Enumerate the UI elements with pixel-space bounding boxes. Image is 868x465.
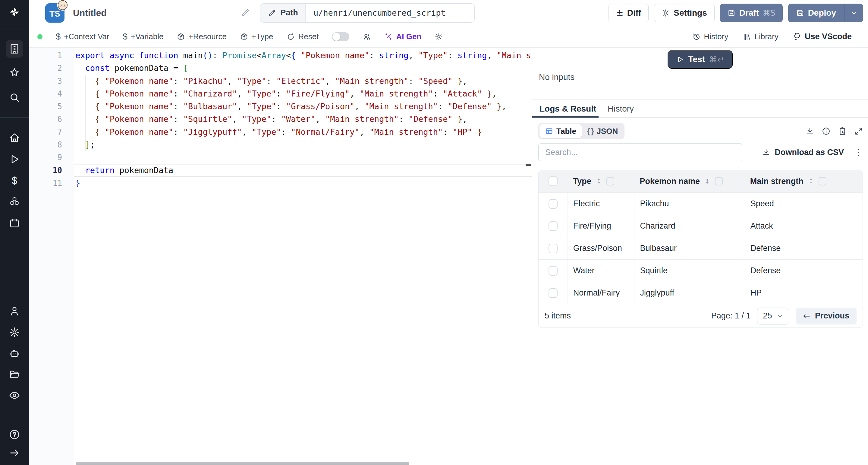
package-icon — [240, 33, 248, 41]
tab-history[interactable]: History — [608, 104, 634, 114]
windmill-logo-icon[interactable] — [9, 6, 20, 18]
add-context-var-button[interactable]: $ +Context Var — [56, 32, 110, 41]
sort-icon[interactable] — [808, 177, 814, 185]
page-size-value: 25 — [763, 311, 772, 321]
table-row[interactable]: WaterSquirtleDefense — [538, 259, 863, 282]
previous-page-button[interactable]: ← Previous — [796, 308, 857, 324]
edit-title-pencil-icon[interactable] — [240, 8, 250, 18]
add-type-button[interactable]: +Type — [240, 32, 273, 41]
code-line[interactable]: return pokemonData — [74, 164, 532, 177]
settings-gear-icon[interactable] — [9, 327, 20, 338]
add-variable-button[interactable]: $ +Variable — [123, 32, 164, 41]
active-tab-underline — [532, 116, 598, 118]
path-value[interactable]: u/henri/unencumbered_script — [306, 4, 474, 22]
audit-eye-icon[interactable] — [9, 389, 20, 401]
ai-gen-button[interactable]: AI Gen — [384, 32, 421, 41]
code-line[interactable] — [74, 151, 532, 164]
table-row[interactable]: Fire/FlyingCharizardAttack — [538, 215, 863, 237]
code-area[interactable]: export async function main(): Promise<Ar… — [74, 48, 532, 465]
expand-sidebar-arrow-icon[interactable] — [9, 447, 20, 459]
download-csv-button[interactable]: Download as CSV — [762, 148, 844, 157]
column-header-main-strength[interactable]: Main strength — [750, 177, 804, 186]
resources-cubes-icon[interactable] — [9, 196, 20, 207]
people-icon — [363, 33, 371, 41]
json-view-button[interactable]: { } JSON — [582, 124, 623, 138]
column-options-icon[interactable] — [818, 177, 827, 185]
more-options-icon[interactable]: ⋮ — [854, 148, 863, 157]
save-icon — [796, 9, 804, 17]
top-header: TS Untitled Path u/henri/unencumbered_sc… — [29, 0, 868, 26]
library-button[interactable]: Library — [743, 32, 778, 41]
search-icon[interactable] — [9, 92, 20, 103]
result-search-input[interactable] — [538, 143, 742, 161]
table-row[interactable]: Normal/FairyJigglypuffHP — [538, 282, 863, 304]
code-line[interactable]: ]; — [74, 138, 532, 151]
code-editor[interactable]: 1234567891011 export async function main… — [29, 48, 532, 465]
code-line[interactable]: { "Pokemon name": "Squirtle", "Type": "W… — [74, 113, 532, 125]
diff-mode-toggle[interactable] — [332, 32, 349, 41]
code-line[interactable]: { "Pokemon name": "Pikachu", "Type": "El… — [74, 75, 532, 87]
sort-icon[interactable] — [595, 177, 602, 185]
expand-fullscreen-icon[interactable] — [854, 127, 863, 136]
runs-play-icon[interactable] — [9, 153, 20, 165]
deploy-dropdown-button[interactable] — [844, 4, 863, 22]
toggle-knob — [333, 33, 340, 41]
settings-label: Settings — [674, 8, 707, 18]
row-checkbox[interactable] — [549, 221, 558, 231]
context-var-label: +Context Var — [64, 32, 110, 41]
row-checkbox[interactable] — [549, 199, 558, 209]
folder-open-icon[interactable] — [9, 369, 20, 380]
code-line[interactable]: export async function main(): Promise<Ar… — [74, 49, 532, 62]
sort-icon[interactable] — [704, 177, 711, 185]
history-button[interactable]: History — [692, 32, 728, 41]
home-icon[interactable] — [9, 132, 20, 144]
add-resource-button[interactable]: +Resource — [177, 32, 226, 41]
row-checkbox[interactable] — [549, 288, 558, 298]
column-options-icon[interactable] — [607, 177, 614, 185]
editor-settings-button[interactable] — [435, 33, 443, 41]
editor-horizontal-scrollbar[interactable] — [76, 462, 409, 465]
code-line[interactable]: const pokemonData = [ — [74, 62, 532, 75]
row-checkbox[interactable] — [549, 244, 558, 253]
script-title[interactable]: Untitled — [73, 8, 107, 18]
user-person-icon[interactable] — [9, 306, 20, 317]
favorites-star-icon[interactable] — [9, 67, 20, 79]
status-green-dot — [37, 34, 42, 39]
copy-to-clipboard-icon[interactable] — [838, 127, 847, 136]
column-options-icon[interactable] — [715, 177, 723, 185]
help-question-icon[interactable] — [9, 429, 20, 440]
settings-button[interactable]: Settings — [654, 4, 714, 22]
library-books-icon — [743, 33, 751, 41]
multiplayer-users-icon[interactable] — [363, 33, 371, 41]
code-line[interactable]: { "Pokemon name": "Jigglypuff", "Type": … — [74, 126, 532, 138]
code-line[interactable]: } — [74, 177, 532, 190]
code-line[interactable]: { "Pokemon name": "Charizard", "Type": "… — [74, 87, 532, 100]
line-number: 10 — [29, 164, 74, 177]
download-result-icon[interactable] — [805, 127, 814, 136]
column-header-type[interactable]: Type — [573, 177, 591, 186]
variables-dollar-icon[interactable]: $ — [12, 175, 18, 186]
select-all-checkbox[interactable] — [549, 176, 558, 186]
code-line[interactable]: { "Pokemon name": "Bulbasaur", "Type": "… — [74, 100, 532, 113]
table-row[interactable]: Grass/PoisonBulbasaurDefense — [538, 237, 863, 259]
column-header-pokemon-name[interactable]: Pokemon name — [640, 177, 700, 186]
path-field[interactable]: Path u/henri/unencumbered_script — [260, 3, 475, 23]
table-view-button[interactable]: Table — [539, 124, 582, 138]
info-icon[interactable] — [822, 127, 831, 136]
draft-button[interactable]: Draft ⌘S — [720, 4, 783, 22]
diff-button[interactable]: ± Diff — [609, 4, 649, 22]
row-checkbox[interactable] — [549, 266, 558, 275]
schedules-calendar-icon[interactable] — [9, 217, 20, 229]
tab-logs-result[interactable]: Logs & Result — [539, 104, 596, 114]
workspace-building-icon[interactable] — [9, 43, 20, 55]
reset-button[interactable]: Reset — [287, 32, 319, 41]
library-label: Library — [754, 32, 778, 41]
use-vscode-button[interactable]: Use VScode — [793, 32, 852, 41]
table-row[interactable]: ElectricPikachuSpeed — [538, 193, 863, 215]
sidebar-divider — [0, 117, 29, 118]
test-button[interactable]: Test ⌘↵ — [668, 50, 733, 69]
workers-robot-icon[interactable] — [9, 348, 20, 359]
page-size-select[interactable]: 25 — [757, 308, 789, 324]
variable-label: +Variable — [131, 32, 164, 41]
deploy-button[interactable]: Deploy — [788, 4, 844, 22]
